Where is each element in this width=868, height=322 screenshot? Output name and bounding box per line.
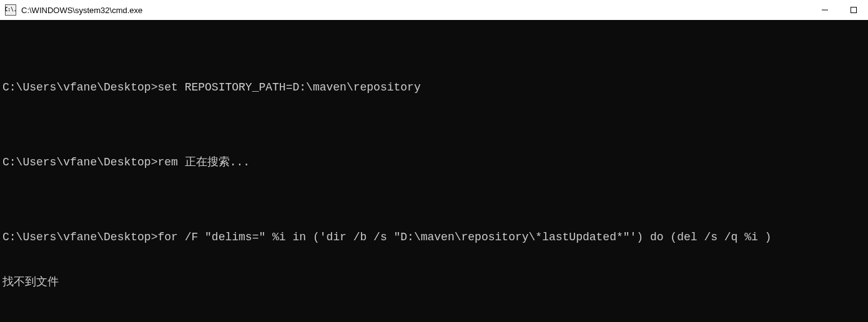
cmd-icon-text: C:\. xyxy=(4,7,16,12)
terminal-line: 找不到文件 xyxy=(2,275,866,290)
window-controls xyxy=(811,0,868,20)
titlebar-left: C:\. C:\WINDOWS\system32\cmd.exe xyxy=(5,4,142,16)
terminal-output[interactable]: C:\Users\vfane\Desktop>set REPOSITORY_PA… xyxy=(0,20,868,322)
terminal-line: C:\Users\vfane\Desktop>set REPOSITORY_PA… xyxy=(2,80,866,95)
cmd-icon: C:\. xyxy=(5,4,16,16)
terminal-line: C:\Users\vfane\Desktop>for /F "delims=" … xyxy=(2,230,866,245)
window-title: C:\WINDOWS\system32\cmd.exe xyxy=(21,6,142,15)
maximize-button[interactable] xyxy=(839,0,868,20)
minimize-button[interactable] xyxy=(811,0,839,20)
titlebar[interactable]: C:\. C:\WINDOWS\system32\cmd.exe xyxy=(0,0,868,20)
svg-rect-1 xyxy=(851,7,857,13)
terminal-line: C:\Users\vfane\Desktop>rem 正在搜索... xyxy=(2,155,866,170)
cmd-window: C:\. C:\WINDOWS\system32\cmd.exe C:\User… xyxy=(0,0,868,322)
